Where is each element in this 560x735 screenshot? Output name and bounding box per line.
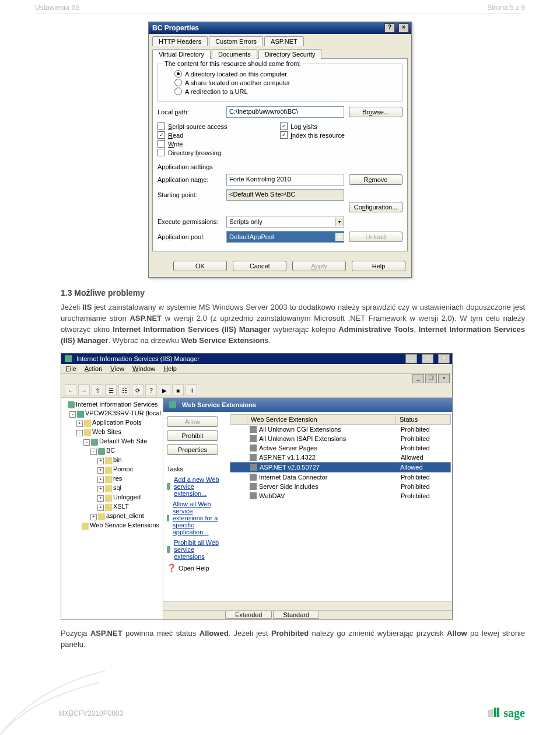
pause-icon[interactable]: Ⅱ [186, 384, 197, 396]
tree-node[interactable]: +sql [62, 484, 162, 493]
extension-row[interactable]: WebDAVProhibited [230, 491, 451, 501]
extension-icon [250, 483, 257, 490]
minimize-icon[interactable]: _ [405, 354, 417, 363]
mdi-close-icon[interactable]: × [438, 374, 450, 383]
app-name-input[interactable]: Forte Kontroling 2010 [226, 174, 344, 186]
stop-icon[interactable]: ■ [172, 384, 184, 396]
dialog-titlebar[interactable]: BC Properties ? × [149, 22, 411, 34]
help-icon[interactable]: ? [384, 23, 395, 33]
extension-row[interactable]: ASP.NET v2.0.50727Allowed [230, 462, 451, 473]
tree-panel[interactable]: Internet Information Services-VPCW2K3SRV… [61, 398, 163, 620]
refresh-icon[interactable]: ⟳ [132, 384, 144, 396]
tree-node[interactable]: Web Service Extensions [62, 521, 162, 530]
local-path-input[interactable]: C:\Inetpub\wwwroot\BC\ [226, 106, 344, 118]
back-icon[interactable]: ← [65, 384, 76, 396]
checkbox-option[interactable]: ✓Index this resource [280, 131, 402, 139]
app-pool-select[interactable]: DefaultAppPool▾ [226, 231, 344, 243]
allow-button[interactable]: Allow [167, 416, 218, 427]
tree-node[interactable]: Internet Information Services [62, 400, 162, 409]
checkbox-option[interactable]: ✓Log visits [280, 123, 402, 130]
task-link[interactable]: Allow all Web service extensions for a s… [167, 501, 225, 536]
exec-perm-select[interactable]: Scripts only▾ [226, 216, 344, 228]
checkbox-option[interactable]: Write [158, 140, 280, 148]
checkbox-option[interactable]: Script source access [158, 123, 280, 130]
extension-row[interactable]: Internet Data ConnectorProhibited [230, 473, 451, 482]
task-link[interactable]: Prohibit all Web service extensions [167, 539, 225, 560]
menu-file[interactable]: File [66, 365, 76, 372]
ok-button[interactable]: OK [173, 261, 227, 271]
horizontal-scrollbar[interactable] [163, 601, 452, 610]
tree-node[interactable]: +Pomoc [62, 465, 162, 474]
tab-standard[interactable]: Standard [273, 611, 319, 619]
tree-node[interactable]: +aspnet_client [62, 512, 162, 521]
extensions-table: Web Service Extension Status All Unknown… [229, 412, 452, 601]
tab-http-headers[interactable]: HTTP Headers [152, 36, 208, 46]
checkbox-option[interactable]: ✓Read [158, 131, 280, 139]
tree-node[interactable]: -Web Sites [62, 428, 162, 437]
app-icon [65, 355, 72, 362]
tab-custom-errors[interactable]: Custom Errors [209, 36, 263, 46]
close-icon[interactable]: × [398, 23, 409, 33]
iis-titlebar[interactable]: Internet Information Services (IIS) Mana… [61, 354, 452, 364]
paragraph-1: Jeżeli IIS jest zainstalowany w systemie… [61, 302, 525, 346]
radio-option[interactable]: A share located on another computer [174, 79, 397, 86]
prohibit-button[interactable]: Prohibit [167, 430, 218, 441]
radio-option[interactable]: A directory located on this computer [174, 70, 397, 78]
play-icon[interactable]: ▶ [159, 384, 170, 396]
help-button[interactable]: Help [352, 261, 405, 271]
tree-node[interactable]: +Unlogged [62, 493, 162, 502]
menu-view[interactable]: View [110, 365, 124, 372]
exec-perm-label: Execute permissions: [158, 218, 222, 225]
section-heading: 1.3 Możliwe problemy [61, 288, 525, 298]
extension-row[interactable]: ASP.NET v1.1.4322Allowed [230, 453, 451, 462]
properties-button[interactable]: Properties [167, 444, 218, 455]
remove-button[interactable]: Remove [349, 174, 402, 185]
tree-node[interactable]: -VPCW2K3SRV-TUR (local comput [62, 409, 162, 418]
header-rule [35, 13, 525, 13]
task-link[interactable]: ❓Open Help [167, 564, 225, 572]
menu-window[interactable]: Window [132, 365, 155, 372]
close-icon[interactable]: × [438, 354, 450, 363]
extension-row[interactable]: Active Server PagesProhibited [230, 443, 451, 453]
task-link[interactable]: Add a new Web service extension... [167, 476, 225, 497]
tab-extended[interactable]: Extended [225, 611, 272, 619]
checkbox-option[interactable]: Directory browsing [158, 149, 280, 156]
tree-node[interactable]: +XSLT [62, 502, 162, 512]
extension-row[interactable]: All Unknown ISAPI ExtensionsProhibited [230, 434, 451, 443]
radio-option[interactable]: A redirection to a URL [174, 88, 397, 95]
menubar: File Action View Window Help [61, 364, 452, 374]
extension-row[interactable]: Server Side IncludesProhibited [230, 482, 451, 491]
col-status[interactable]: Status [396, 415, 450, 424]
tab-documents[interactable]: Documents [212, 49, 257, 59]
mdi-minimize-icon[interactable]: _ [412, 374, 424, 383]
extension-row[interactable]: All Unknown CGI ExtensionsProhibited [230, 425, 451, 434]
views-icon[interactable]: ☰ [105, 384, 117, 396]
menu-action[interactable]: Action [85, 365, 103, 372]
help-icon[interactable]: ? [145, 384, 157, 396]
up-icon[interactable]: ⇧ [92, 384, 103, 396]
tree-node[interactable]: +Application Pools [62, 418, 162, 428]
extension-icon [250, 454, 257, 461]
forward-icon[interactable]: → [78, 384, 90, 396]
folder-icon [169, 401, 176, 408]
app-name-label: Application name: [158, 176, 222, 183]
tab-aspnet[interactable]: ASP.NET [264, 36, 304, 46]
maximize-icon[interactable]: □ [422, 354, 433, 363]
tab-virtual-directory[interactable]: Virtual Directory [152, 49, 211, 59]
tab-directory-security[interactable]: Directory Security [258, 49, 322, 59]
prop-icon[interactable]: ☷ [118, 384, 130, 396]
tree-node[interactable]: +res [62, 474, 162, 484]
tree-node[interactable]: +bin [62, 456, 162, 465]
doc-header-left: Ustawienia IIS [35, 4, 80, 12]
tree-node[interactable]: -BC [62, 446, 162, 456]
cancel-button[interactable]: Cancel [233, 261, 286, 271]
tree-node[interactable]: -Default Web Site [62, 437, 162, 446]
col-extension[interactable]: Web Service Extension [247, 415, 396, 424]
task-icon [167, 546, 170, 553]
mdi-restore-icon[interactable]: ❐ [425, 374, 437, 383]
browse-button[interactable]: Browse... [349, 107, 402, 117]
configuration-button[interactable]: Configuration... [349, 202, 402, 212]
menu-help[interactable]: Help [163, 365, 177, 372]
content-source-label: The content for this resource should com… [163, 60, 303, 67]
task-icon [167, 514, 169, 522]
